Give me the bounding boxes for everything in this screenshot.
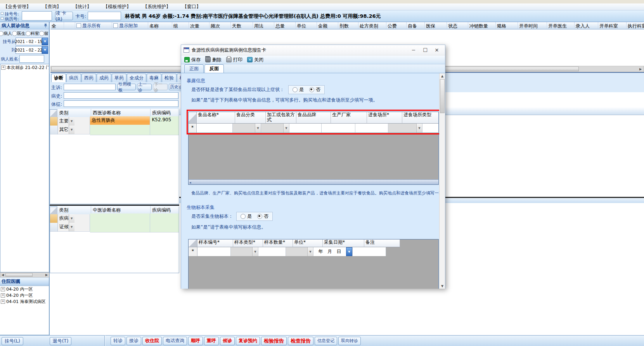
sample-type-combo[interactable]: ▼ — [231, 247, 258, 256]
column-header[interactable]: 次量 — [189, 22, 209, 29]
column-header[interactable]: 开单时间 — [518, 22, 547, 29]
collect-date-picker[interactable]: 年 月 日 ▼ — [313, 247, 353, 256]
waiting-button[interactable]: 候诊 — [220, 337, 235, 345]
radio-doctor[interactable] — [12, 31, 17, 36]
minimize-icon[interactable]: ─ — [408, 47, 419, 53]
history-input[interactable] — [64, 92, 178, 99]
date-from-input[interactable]: 2021 - 02 - 15 — [16, 38, 42, 45]
grid-new-row[interactable]: * ▼ ▼ 年 月 日 ▼ — [189, 247, 438, 256]
diagnosis-type-combo[interactable]: 疾病▼ — [58, 214, 90, 223]
column-header[interactable]: 组 — [172, 22, 189, 29]
column-header[interactable]: 公费 — [386, 22, 407, 29]
maximize-icon[interactable]: ☐ — [419, 47, 431, 53]
column-header[interactable]: 单位* — [293, 239, 323, 247]
calendar-dropdown-icon[interactable]: ▼ — [346, 247, 352, 256]
chevron-down-icon[interactable]: ▼ — [252, 247, 258, 256]
checkbox-icon[interactable] — [113, 23, 118, 28]
cancel-registration-button[interactable]: 退号(T) — [50, 337, 71, 345]
column-header[interactable]: 自备 — [407, 22, 425, 29]
tab-front-side[interactable]: 正面 — [184, 64, 204, 73]
column-header[interactable]: 频次 — [209, 22, 231, 29]
grid-corner[interactable] — [50, 207, 57, 215]
order-tree-node[interactable]: +04-01 海泰测试病区 — [0, 298, 49, 305]
sample-id-cell[interactable] — [197, 247, 231, 256]
visit-tree-node[interactable]: +本次就诊 21-02-22 门 — [0, 64, 49, 71]
call-next-button[interactable]: 顺呼 — [188, 337, 203, 345]
print-button[interactable]: 打印 — [226, 57, 242, 63]
radio-stay[interactable] — [39, 31, 44, 36]
column-header[interactable]: 采集日期* — [323, 239, 364, 247]
tab-diagnosis[interactable]: 诊断 — [51, 74, 66, 82]
grid-corner[interactable] — [50, 110, 57, 117]
info-register-button[interactable]: 信息登记 — [315, 337, 337, 345]
admit-button[interactable]: 收住院 — [142, 337, 162, 345]
diagnosis-type-combo[interactable]: 主要▼ — [58, 117, 90, 126]
close-icon[interactable]: ✕ — [431, 47, 443, 53]
sample-note-cell[interactable] — [353, 247, 386, 256]
diagnosis-type-combo[interactable]: 其它▼ — [58, 126, 90, 134]
scroll-down-arrow-icon[interactable]: ▼ — [440, 283, 445, 289]
diagnosis-name-cell[interactable] — [90, 125, 150, 135]
disease-code-cell[interactable] — [150, 222, 179, 232]
menu-item-window[interactable]: 【窗口】 — [182, 3, 201, 10]
scrollbar-thumb[interactable] — [440, 79, 445, 113]
transfer-button[interactable]: 转诊 — [111, 337, 125, 345]
signs-input[interactable] — [64, 100, 178, 107]
expand-icon[interactable]: + — [1, 293, 5, 298]
sample-unit-combo[interactable]: ▼ — [286, 247, 313, 256]
sidebar-hscrollbar[interactable]: ◀ ▶ — [0, 272, 49, 277]
next-visit-button[interactable]: 下一诊 — [153, 84, 168, 90]
grid-corner[interactable] — [189, 239, 197, 247]
menu-item-business[interactable]: 【业务管理】 — [3, 3, 31, 10]
column-header[interactable]: 录入人 — [575, 22, 598, 29]
radio-icon[interactable] — [293, 87, 298, 92]
column-header[interactable]: 金额 — [317, 22, 338, 29]
column-header[interactable]: 样本编号* — [197, 239, 233, 247]
column-header[interactable]: 状态 — [447, 22, 468, 29]
column-header[interactable]: 开单科室 — [598, 22, 627, 29]
column-header[interactable]: 名称 — [148, 22, 172, 29]
table-row[interactable]: 证候▼ — [50, 223, 179, 231]
patient-name-input[interactable] — [19, 55, 44, 63]
column-header[interactable]: 样本数量* — [263, 239, 293, 247]
date-from-dropdown-icon[interactable]: ▼ — [42, 38, 48, 45]
dialog-vscrollbar[interactable]: ▲ ▼ — [439, 73, 445, 289]
expand-icon[interactable]: + — [1, 300, 5, 304]
tab-back-side[interactable]: 反面 — [204, 64, 224, 73]
chevron-down-icon[interactable]: ▼ — [69, 126, 74, 134]
column-header[interactable]: 样本类型* — [233, 239, 263, 247]
recall-button[interactable]: 重呼 — [204, 337, 219, 345]
row-selector[interactable] — [50, 126, 58, 134]
read-card-button[interactable]: 读 卡(R) — [55, 12, 73, 20]
column-header[interactable]: 剂数 — [338, 22, 358, 29]
radio-no[interactable]: 否 — [309, 86, 320, 93]
exam-report-button[interactable]: 检查报告 — [288, 337, 313, 345]
phone-query-button[interactable]: 电话查询 — [163, 337, 187, 345]
column-header[interactable]: 规格 — [496, 22, 518, 29]
radio-icon[interactable] — [241, 214, 246, 219]
row-selector[interactable] — [50, 214, 58, 223]
reg-no-checkbox[interactable] — [1, 12, 3, 15]
checkbox-icon[interactable] — [76, 23, 81, 28]
chevron-down-icon[interactable]: ▼ — [69, 117, 74, 126]
show-extra-checkbox[interactable]: 显示附加 — [112, 22, 148, 29]
column-header[interactable]: 开单医生 — [547, 22, 575, 29]
scrollbar-thumb[interactable] — [5, 273, 33, 277]
delete-button[interactable]: 删除 — [205, 57, 222, 63]
radio-yes[interactable]: 是 — [241, 213, 252, 220]
column-header[interactable]: 执行科室 — [627, 22, 644, 29]
column-header[interactable]: 备注 — [364, 239, 400, 247]
radio-no[interactable]: 否 — [257, 213, 268, 220]
tab-patent-med[interactable]: 成药 — [97, 74, 111, 82]
order-tree-node[interactable]: +04-20 内一区 — [0, 286, 49, 292]
column-header[interactable]: 处方类别 — [358, 22, 386, 29]
menu-item-query[interactable]: 【查询】 — [43, 3, 61, 10]
tab-record[interactable]: 病历 — [66, 74, 81, 82]
scroll-right-arrow-icon[interactable]: ▶ — [44, 273, 49, 277]
food-grid-hscrollbar[interactable]: ◂ — [189, 179, 438, 185]
column-header[interactable]: 医保 — [425, 22, 447, 29]
col-select-all[interactable]: 全 — [50, 22, 64, 29]
prev-visit-button[interactable]: 上一诊 — [137, 84, 152, 90]
sample-qty-cell[interactable] — [258, 247, 286, 256]
radio-dept[interactable] — [26, 31, 31, 36]
